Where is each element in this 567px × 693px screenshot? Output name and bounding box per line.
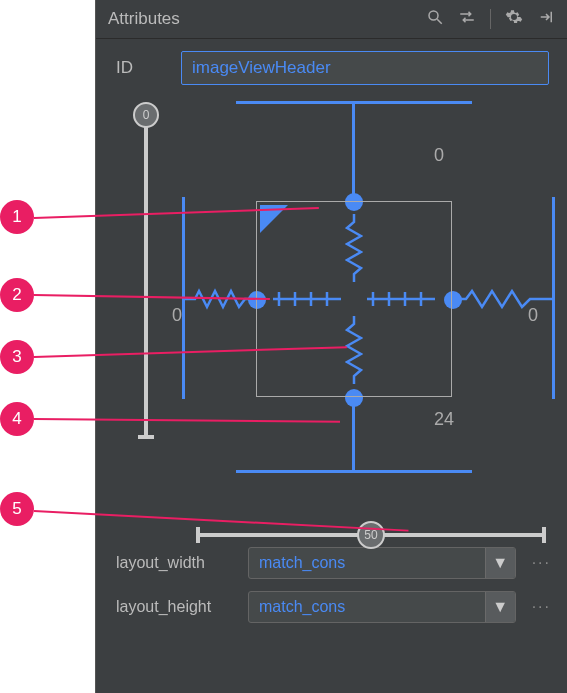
chevron-down-icon: ▼ [485,592,515,622]
margin-right-label[interactable]: 0 [528,305,538,326]
margin-left-label[interactable]: 0 [172,305,182,326]
callout-3: 3 [0,340,34,374]
margin-top-label[interactable]: 0 [434,145,444,166]
layout-height-row: layout_height match_cons ▼ ··· [96,585,567,629]
height-mode-bottom-icon[interactable] [345,316,363,384]
id-input[interactable]: imageViewHeader [181,51,549,85]
horizontal-bias-knob[interactable]: 50 [357,521,385,549]
view-rect[interactable] [256,201,452,397]
callout-1: 1 [0,200,34,234]
layout-width-row: layout_width match_cons ▼ ··· [96,541,567,585]
vertical-bias-slider[interactable]: 0 [144,113,148,439]
layout-width-select[interactable]: match_cons ▼ [248,547,516,579]
right-tick [552,292,555,305]
bottom-tick [347,470,360,473]
height-mode-top-icon[interactable] [345,214,363,282]
id-label: ID [116,58,133,78]
swap-icon[interactable] [458,8,476,30]
callout-4: 4 [0,402,34,436]
svg-point-0 [429,11,438,20]
layout-width-label: layout_width [116,554,236,572]
chevron-down-icon: ▼ [485,548,515,578]
callout-2: 2 [0,278,34,312]
width-mode-left-icon[interactable] [273,290,341,308]
width-mode-right-icon[interactable] [367,290,435,308]
layout-height-label: layout_height [116,598,236,616]
vertical-bias-knob[interactable]: 0 [133,102,159,128]
top-connection-line [352,101,355,201]
svg-line-1 [437,19,442,24]
panel-title: Attributes [108,9,180,29]
callout-5: 5 [0,492,34,526]
layout-height-select[interactable]: match_cons ▼ [248,591,516,623]
gear-icon[interactable] [505,8,523,30]
constraint-widget: 0 50 0 24 0 [96,101,567,541]
collapse-icon[interactable] [537,8,555,30]
margin-bottom-label[interactable]: 24 [434,409,454,430]
panel-header: Attributes [96,0,567,39]
divider [490,9,491,29]
horizontal-bias-slider[interactable]: 50 [196,533,546,537]
search-icon[interactable] [426,8,444,30]
layout-width-more-icon[interactable]: ··· [528,554,555,572]
id-row: ID imageViewHeader [96,39,567,93]
top-tick [347,101,360,104]
bottom-connection-line [352,397,355,471]
layout-height-more-icon[interactable]: ··· [528,598,555,616]
